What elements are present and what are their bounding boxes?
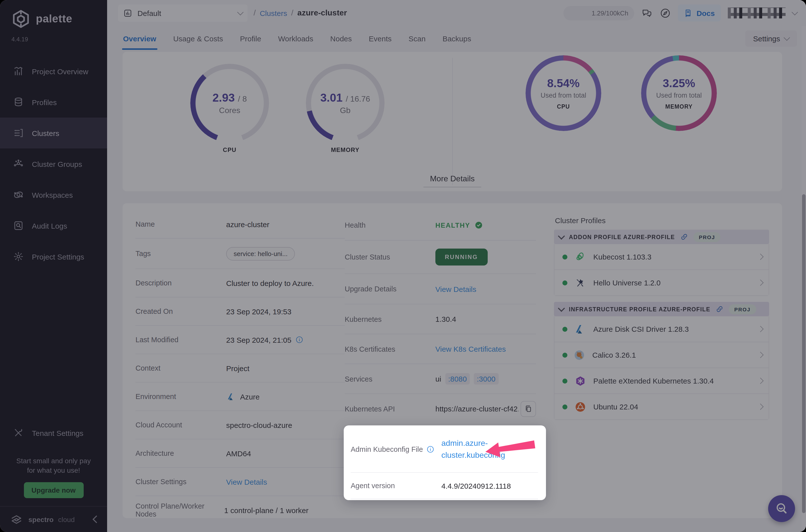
- breadcrumb-clusters-link[interactable]: Clusters: [260, 9, 287, 17]
- details-middle-column: Health HEALTHY Cluster Status RUNNING Up…: [345, 210, 536, 518]
- tab-profile[interactable]: Profile: [239, 27, 262, 50]
- hello-universe-icon: [574, 276, 587, 289]
- running-badge: RUNNING: [435, 249, 487, 266]
- layers-icon: [13, 97, 24, 108]
- sidebar-item-project-overview[interactable]: Project Overview: [0, 56, 107, 87]
- collapse-sidebar-icon[interactable]: [92, 515, 100, 523]
- sidebar-item-project-settings[interactable]: Project Settings: [0, 241, 107, 272]
- memory-gb-gauge: 3.01 / 16.76 Gb MEMORY: [303, 64, 387, 153]
- chevron-right-icon: [757, 253, 763, 260]
- compass-icon[interactable]: [660, 7, 671, 19]
- tab-nodes[interactable]: Nodes: [329, 27, 353, 50]
- breadcrumb: / Clusters / azure-cluster: [253, 8, 347, 17]
- status-dot: [562, 404, 568, 409]
- tab-overview[interactable]: Overview: [122, 27, 157, 50]
- cpu-usage-donut: 8.54% Used from total CPU: [521, 55, 606, 131]
- profile-item-palette-extended-kubernetes[interactable]: Palette eXtended Kubernetes 1.30.4: [554, 368, 769, 394]
- tab-workloads[interactable]: Workloads: [277, 27, 314, 50]
- palette-logo[interactable]: palette: [0, 0, 107, 29]
- chat-icon[interactable]: [641, 7, 653, 19]
- profile-item-calico[interactable]: Calico 3.26.1: [554, 342, 769, 368]
- detail-row-architecture: Architecture AMD64: [135, 439, 345, 468]
- copy-api-url-button[interactable]: [521, 401, 536, 417]
- upgrade-view-details-link[interactable]: View Details: [435, 285, 477, 293]
- proj-scope-badge: PROJ: [693, 232, 721, 242]
- sidebar-item-profiles[interactable]: Profiles: [0, 87, 107, 117]
- docs-button[interactable]: Docs: [678, 4, 721, 21]
- crossed-tools-icon: [13, 428, 24, 438]
- more-details-button[interactable]: More Details: [423, 174, 481, 187]
- azure-icon: [574, 323, 587, 336]
- detail-row-cloud-account: Cloud Account spectro-cloud-azure: [135, 411, 345, 439]
- detail-row-nodes: Control Plane/Worker Nodes 1 control-pla…: [135, 496, 345, 524]
- detail-row-description: Description Cluster to deploy to Azure.: [135, 269, 345, 297]
- proj-scope-badge: PROJ: [729, 304, 756, 314]
- book-icon: [684, 8, 693, 17]
- tab-events[interactable]: Events: [368, 27, 393, 50]
- sidebar-item-workspaces[interactable]: Workspaces: [0, 179, 107, 210]
- link-chain-icon[interactable]: [715, 305, 724, 313]
- sidebar-item-label: Cluster Groups: [32, 160, 82, 168]
- infrastructure-profile-header[interactable]: INFRASTRUCTURE PROFILE AZURE-PROFILE PRO…: [554, 302, 769, 316]
- usage-gauges-card: 2.93 / 8 Cores CPU 3.01 / 16.76 Gb MEMOR…: [122, 52, 782, 191]
- tab-usage-costs[interactable]: Usage & Costs: [172, 27, 224, 50]
- addon-profile-header[interactable]: ADDON PROFILE AZURE-PROFILE PROJ: [554, 230, 769, 244]
- service-port-8080-link[interactable]: :8080: [445, 373, 470, 384]
- scrollbar-thumb[interactable]: [802, 194, 806, 513]
- sidebar-item-tenant-settings[interactable]: Tenant Settings: [0, 417, 107, 448]
- detail-row-last-modified: Last Modified 23 Sep 2024, 21:05: [135, 326, 345, 354]
- infrastructure-profile-list: Azure Disk CSI Driver 1.28.3 Calico 3.26…: [554, 316, 769, 420]
- settings-button[interactable]: Settings: [745, 31, 797, 47]
- tab-scan[interactable]: Scan: [407, 27, 426, 50]
- service-port-3000-link[interactable]: :3000: [474, 373, 498, 384]
- sidebar-item-clusters[interactable]: Clusters: [0, 117, 107, 149]
- assistant-search-fab[interactable]: [768, 495, 795, 522]
- status-row-kubernetes: Kubernetes 1.30.4: [345, 304, 536, 334]
- doc-magnifier-icon: [13, 220, 24, 231]
- cluster-details-card: Name azure-cluster Tags service: hello-u…: [122, 203, 782, 518]
- sidebar-item-cluster-groups[interactable]: Cluster Groups: [0, 149, 107, 179]
- sidebar-item-label: Profiles: [32, 98, 57, 106]
- upgrade-now-button[interactable]: Upgrade now: [24, 482, 83, 498]
- chevron-down-icon: [558, 305, 565, 312]
- tab-backups[interactable]: Backups: [442, 27, 472, 50]
- detail-row-name: Name azure-cluster: [135, 210, 345, 239]
- info-icon[interactable]: [426, 445, 435, 453]
- chevron-right-icon: [757, 403, 763, 410]
- check-circle-icon: [474, 221, 483, 230]
- status-row-certs: K8s Certificates View K8s Certificates: [345, 334, 536, 364]
- sidebar-item-label: Project Overview: [32, 67, 89, 75]
- status-row-agent-version: Agent version 4.4.9/20240912.1118: [351, 473, 538, 499]
- breadcrumb-current: azure-cluster: [298, 8, 347, 17]
- main-area: Default / Clusters / azure-cluster 1.29/…: [107, 0, 806, 532]
- sidebar-item-audit-logs[interactable]: Audit Logs: [0, 210, 107, 241]
- annotation-arrow-icon: [484, 438, 536, 458]
- chevron-right-icon: [757, 326, 763, 332]
- cluster-profiles-title: Cluster Profiles: [555, 216, 769, 225]
- status-dot: [562, 254, 568, 259]
- profile-item-kubecost[interactable]: Kubecost 1.103.3: [554, 244, 769, 270]
- info-icon[interactable]: [295, 336, 303, 344]
- status-dot: [562, 378, 568, 383]
- sidebar-item-label: Audit Logs: [32, 222, 67, 230]
- ubuntu-icon: [574, 400, 587, 413]
- profile-item-ubuntu[interactable]: Ubuntu 22.04: [554, 394, 769, 419]
- profile-item-hello-universe[interactable]: Hello Universe 1.2.0: [554, 270, 769, 296]
- sidebar-item-label: Workspaces: [32, 191, 73, 199]
- link-chain-icon[interactable]: [680, 233, 688, 241]
- gauge-caption: CPU: [187, 147, 272, 153]
- project-selector[interactable]: Default: [118, 4, 248, 22]
- server-rack-icon: [13, 128, 24, 138]
- scrollbar-track[interactable]: [802, 26, 806, 532]
- cluster-profiles-panel: Cluster Profiles ADDON PROFILE AZURE-PRO…: [554, 210, 769, 518]
- view-k8s-certificates-link[interactable]: View K8s Certificates: [435, 345, 506, 353]
- cluster-settings-view-details-link[interactable]: View Details: [226, 477, 267, 486]
- chevron-right-icon: [757, 280, 763, 286]
- footer-brand: spectro: [28, 515, 54, 523]
- tag-pill[interactable]: service: hello-uni...: [226, 247, 295, 260]
- profile-item-azure-disk-csi[interactable]: Azure Disk CSI Driver 1.28.3: [554, 316, 769, 342]
- app-version: 4.4.19: [0, 29, 107, 43]
- sidebar-footer: spectro cloud: [0, 506, 107, 532]
- user-menu-chevron-icon[interactable]: [791, 9, 798, 15]
- user-menu-redacted[interactable]: [728, 7, 786, 18]
